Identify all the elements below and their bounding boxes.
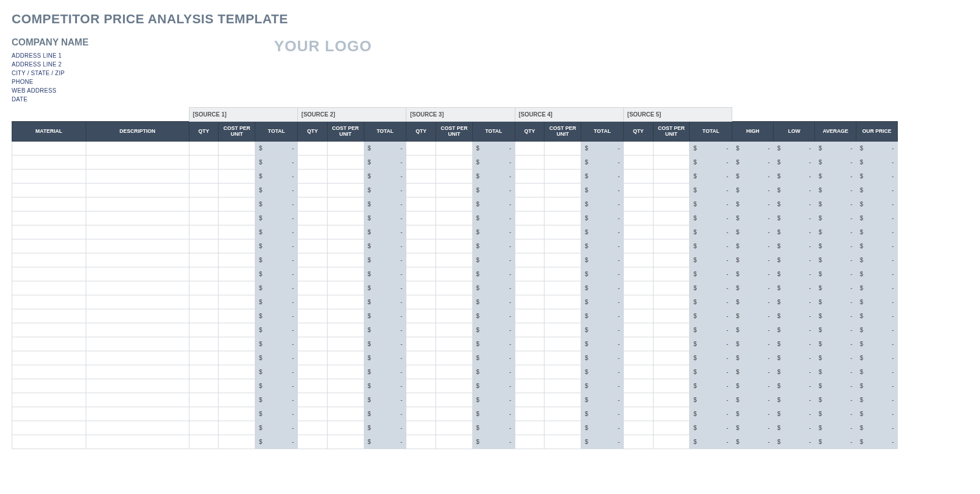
cell-qty[interactable] xyxy=(298,142,328,156)
cell-cpu[interactable] xyxy=(327,407,364,421)
cell-cpu[interactable] xyxy=(653,253,690,267)
cell-material[interactable] xyxy=(12,407,86,421)
cell-description[interactable] xyxy=(86,239,189,253)
cell-cpu[interactable] xyxy=(219,142,255,156)
cell-material[interactable] xyxy=(12,184,86,197)
cell-cpu[interactable] xyxy=(436,435,473,449)
cell-qty[interactable] xyxy=(189,309,219,323)
cell-qty[interactable] xyxy=(298,281,328,295)
cell-qty[interactable] xyxy=(298,365,328,379)
cell-material[interactable] xyxy=(12,156,86,170)
cell-cpu[interactable] xyxy=(436,170,473,184)
cell-qty[interactable] xyxy=(624,365,654,379)
cell-cpu[interactable] xyxy=(219,309,255,323)
cell-cpu[interactable] xyxy=(436,393,473,407)
cell-qty[interactable] xyxy=(298,393,328,407)
cell-qty[interactable] xyxy=(189,351,219,365)
cell-qty[interactable] xyxy=(189,281,219,295)
cell-qty[interactable] xyxy=(406,351,436,365)
cell-cpu[interactable] xyxy=(545,379,581,393)
cell-qty[interactable] xyxy=(298,323,328,337)
cell-qty[interactable] xyxy=(298,337,328,351)
cell-description[interactable] xyxy=(86,267,189,281)
cell-cpu[interactable] xyxy=(327,435,364,449)
cell-cpu[interactable] xyxy=(653,379,690,393)
cell-qty[interactable] xyxy=(189,393,219,407)
cell-cpu[interactable] xyxy=(219,337,255,351)
cell-qty[interactable] xyxy=(624,281,654,295)
cell-cpu[interactable] xyxy=(219,365,255,379)
cell-cpu[interactable] xyxy=(436,267,473,281)
cell-qty[interactable] xyxy=(624,267,654,281)
cell-qty[interactable] xyxy=(189,379,219,393)
cell-qty[interactable] xyxy=(189,142,219,156)
cell-material[interactable] xyxy=(12,211,86,225)
cell-cpu[interactable] xyxy=(436,225,473,239)
cell-description[interactable] xyxy=(86,393,189,407)
cell-cpu[interactable] xyxy=(436,142,473,156)
cell-material[interactable] xyxy=(12,365,86,379)
cell-cpu[interactable] xyxy=(436,295,473,309)
cell-material[interactable] xyxy=(12,253,86,267)
cell-qty[interactable] xyxy=(624,337,654,351)
cell-cpu[interactable] xyxy=(219,253,255,267)
cell-qty[interactable] xyxy=(515,156,545,170)
cell-qty[interactable] xyxy=(189,435,219,449)
cell-qty[interactable] xyxy=(298,309,328,323)
cell-description[interactable] xyxy=(86,351,189,365)
cell-cpu[interactable] xyxy=(327,281,364,295)
cell-material[interactable] xyxy=(12,197,86,211)
cell-qty[interactable] xyxy=(406,170,436,184)
cell-description[interactable] xyxy=(86,156,189,170)
cell-qty[interactable] xyxy=(624,393,654,407)
cell-qty[interactable] xyxy=(189,337,219,351)
cell-qty[interactable] xyxy=(298,170,328,184)
cell-cpu[interactable] xyxy=(545,184,581,197)
cell-cpu[interactable] xyxy=(327,239,364,253)
cell-cpu[interactable] xyxy=(219,407,255,421)
cell-qty[interactable] xyxy=(624,421,654,435)
cell-cpu[interactable] xyxy=(653,239,690,253)
cell-qty[interactable] xyxy=(406,323,436,337)
cell-cpu[interactable] xyxy=(436,365,473,379)
cell-cpu[interactable] xyxy=(219,197,255,211)
cell-cpu[interactable] xyxy=(327,309,364,323)
cell-description[interactable] xyxy=(86,379,189,393)
cell-cpu[interactable] xyxy=(219,281,255,295)
cell-cpu[interactable] xyxy=(545,421,581,435)
cell-cpu[interactable] xyxy=(436,156,473,170)
cell-cpu[interactable] xyxy=(327,197,364,211)
cell-material[interactable] xyxy=(12,351,86,365)
cell-qty[interactable] xyxy=(624,351,654,365)
cell-qty[interactable] xyxy=(298,421,328,435)
cell-cpu[interactable] xyxy=(545,407,581,421)
cell-qty[interactable] xyxy=(406,435,436,449)
cell-cpu[interactable] xyxy=(219,351,255,365)
cell-qty[interactable] xyxy=(624,225,654,239)
cell-description[interactable] xyxy=(86,253,189,267)
cell-cpu[interactable] xyxy=(327,393,364,407)
cell-material[interactable] xyxy=(12,435,86,449)
cell-qty[interactable] xyxy=(515,170,545,184)
cell-cpu[interactable] xyxy=(327,184,364,197)
cell-qty[interactable] xyxy=(298,295,328,309)
cell-material[interactable] xyxy=(12,323,86,337)
cell-qty[interactable] xyxy=(189,211,219,225)
cell-qty[interactable] xyxy=(624,184,654,197)
cell-qty[interactable] xyxy=(515,379,545,393)
cell-cpu[interactable] xyxy=(327,142,364,156)
cell-cpu[interactable] xyxy=(545,337,581,351)
cell-qty[interactable] xyxy=(406,253,436,267)
cell-description[interactable] xyxy=(86,281,189,295)
cell-qty[interactable] xyxy=(515,184,545,197)
cell-qty[interactable] xyxy=(624,156,654,170)
cell-cpu[interactable] xyxy=(653,267,690,281)
cell-qty[interactable] xyxy=(298,351,328,365)
cell-cpu[interactable] xyxy=(653,142,690,156)
cell-description[interactable] xyxy=(86,184,189,197)
cell-cpu[interactable] xyxy=(327,295,364,309)
cell-cpu[interactable] xyxy=(436,197,473,211)
cell-cpu[interactable] xyxy=(436,281,473,295)
cell-material[interactable] xyxy=(12,295,86,309)
cell-qty[interactable] xyxy=(624,253,654,267)
